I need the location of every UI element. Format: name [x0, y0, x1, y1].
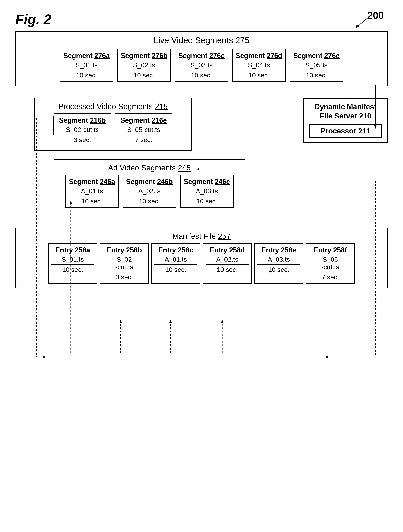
seg-216b-file: S_02-cut.ts	[56, 126, 108, 133]
entry-258c-duration: 10 sec.	[154, 264, 197, 273]
svg-line-0	[357, 17, 369, 27]
ad-video-container: Ad Video Segments 245 Segment 246a A_01.…	[54, 159, 245, 212]
svg-marker-21	[43, 356, 46, 358]
seg-246c-file: A_03.ts	[183, 187, 231, 195]
segment-276e-file: S_05.ts	[292, 61, 340, 69]
entry-258b-duration: 3 sec.	[103, 272, 146, 281]
entry-258e-duration: 10 sec.	[257, 264, 300, 273]
processed-segments-row: Segment 216b S_02-cut.ts 3 sec. Segment …	[41, 114, 185, 146]
entry-258a-label: Entry 258a	[51, 246, 94, 254]
figure-title: Fig. 2	[15, 12, 388, 27]
middle-section: Processed Video Segments 215 Segment 216…	[15, 88, 388, 157]
dynamic-manifest-server: Dynamic Manifest File Server 210 Process…	[304, 98, 388, 143]
entry-258b-label: Entry 258b	[103, 246, 146, 254]
entry-258e-file: A_03.ts	[257, 256, 300, 263]
seg-216b-label: Segment 216b	[56, 116, 108, 124]
segment-276c-label: Segment 276c	[178, 52, 225, 60]
seg-246a-label: Segment 246a	[68, 178, 116, 186]
segment-276d-file: S_04.ts	[235, 61, 283, 69]
seg-246b-label: Segment 246b	[125, 178, 173, 186]
seg-246b-duration: 10 sec.	[125, 196, 173, 205]
svg-marker-9	[119, 320, 122, 323]
manifest-file-container: Manifest File 257 Entry 258a S_01.ts 10 …	[15, 228, 388, 288]
live-video-title: Live Video Segments 275	[22, 35, 381, 45]
segment-276a-duration: 10 sec.	[63, 70, 111, 79]
segment-276a-label: Segment 276a	[63, 52, 111, 60]
diagram: Live Video Segments 275 Segment 276a S_0…	[15, 31, 388, 288]
segment-276b-label: Segment 276b	[120, 52, 168, 60]
entry-258a-duration: 10 sec.	[51, 264, 94, 273]
entry-258a-file: S_01.ts	[51, 256, 94, 263]
entry-258d-label: Entry 258d	[206, 246, 249, 254]
entry-258b-file: S_02-cut.ts	[103, 256, 146, 271]
live-segment-276e: Segment 276e S_05.ts 10 sec.	[290, 49, 343, 82]
ad-segment-246c: Segment 246c A_03.ts 10 sec.	[180, 175, 234, 208]
seg-246a-duration: 10 sec.	[68, 196, 116, 205]
ad-segments-row: Segment 246a A_01.ts 10 sec. Segment 246…	[60, 175, 239, 208]
live-segment-276d: Segment 276d S_04.ts 10 sec.	[232, 49, 286, 82]
svg-marker-13	[221, 320, 223, 323]
dynamic-manifest-title: Dynamic Manifest File Server 210	[309, 102, 382, 120]
manifest-section: Manifest File 257 Entry 258a S_01.ts 10 …	[15, 228, 388, 288]
segment-276a-file: S_01.ts	[63, 61, 111, 69]
segment-276c-file: S_03.ts	[178, 61, 225, 69]
entry-258f: Entry 258f S_05-cut.ts 7 sec.	[306, 243, 355, 284]
ref-200: 200	[367, 10, 384, 21]
processed-video-title: Processed Video Segments 215	[41, 102, 185, 111]
seg-246c-label: Segment 246c	[183, 178, 231, 186]
live-segment-276c: Segment 276c S_03.ts 10 sec.	[175, 49, 228, 82]
live-segment-276b: Segment 276b S_02.ts 10 sec.	[117, 49, 171, 82]
seg-246a-file: A_01.ts	[68, 187, 116, 195]
processed-segment-216e: Segment 216e S_05-cut.ts 7 sec.	[115, 114, 172, 146]
processor-box: Processor 211	[309, 124, 382, 139]
processed-video-container: Processed Video Segments 215 Segment 216…	[34, 98, 192, 151]
manifest-entries-row: Entry 258a S_01.ts 10 sec. Entry 258b S_…	[22, 243, 381, 284]
ad-segment-246b: Segment 246b A_02.ts 10 sec.	[123, 175, 176, 208]
entry-258b: Entry 258b S_02-cut.ts 3 sec.	[100, 243, 149, 284]
entry-258d: Entry 258d A_02.ts 10 sec.	[203, 243, 252, 284]
segment-276b-duration: 10 sec.	[120, 70, 168, 79]
arrow-200-icon	[353, 15, 376, 31]
seg-246c-duration: 10 sec.	[183, 196, 231, 205]
entry-258c-file: A_01.ts	[154, 256, 197, 263]
entry-258d-file: A_02.ts	[206, 256, 249, 263]
segment-276c-duration: 10 sec.	[178, 70, 225, 79]
seg-216e-label: Segment 216e	[118, 116, 169, 124]
live-segment-276a: Segment 276a S_01.ts 10 sec.	[60, 49, 113, 82]
entry-258f-label: Entry 258f	[309, 246, 352, 254]
ad-segment-246a: Segment 246a A_01.ts 10 sec.	[65, 175, 119, 208]
entry-258d-duration: 10 sec.	[206, 264, 249, 273]
svg-marker-18	[325, 356, 328, 358]
entry-258e-label: Entry 258e	[257, 246, 300, 254]
entry-258a: Entry 258a S_01.ts 10 sec.	[48, 243, 97, 284]
seg-216e-file: S_05-cut.ts	[118, 126, 169, 133]
segment-276d-duration: 10 sec.	[235, 70, 283, 79]
entry-258c: Entry 258c A_01.ts 10 sec.	[151, 243, 200, 284]
ad-video-title: Ad Video Segments 245	[60, 164, 239, 172]
entry-258c-label: Entry 258c	[154, 246, 197, 254]
live-video-container: Live Video Segments 275 Segment 276a S_0…	[15, 31, 388, 86]
seg-216b-duration: 3 sec.	[56, 135, 108, 144]
entry-258e: Entry 258e A_03.ts 10 sec.	[254, 243, 303, 284]
live-video-segments-row: Segment 276a S_01.ts 10 sec. Segment 276…	[22, 49, 381, 82]
svg-marker-11	[169, 320, 172, 323]
page: Fig. 2 200 Live Video Segments 275 Segme…	[0, 0, 403, 532]
seg-246b-file: A_02.ts	[125, 187, 173, 195]
segment-276e-duration: 10 sec.	[292, 70, 340, 79]
segment-276b-file: S_02.ts	[120, 61, 168, 69]
entry-258f-file: S_05-cut.ts	[309, 256, 352, 271]
segment-276d-label: Segment 276d	[235, 52, 283, 60]
processed-segment-216b: Segment 216b S_02-cut.ts 3 sec.	[54, 114, 111, 146]
entry-258f-duration: 7 sec.	[309, 272, 352, 281]
seg-216e-duration: 7 sec.	[118, 135, 169, 144]
manifest-file-title: Manifest File 257	[22, 232, 381, 241]
ad-section: Ad Video Segments 245 Segment 246a A_01.…	[15, 159, 388, 212]
segment-276e-label: Segment 276e	[292, 52, 340, 60]
